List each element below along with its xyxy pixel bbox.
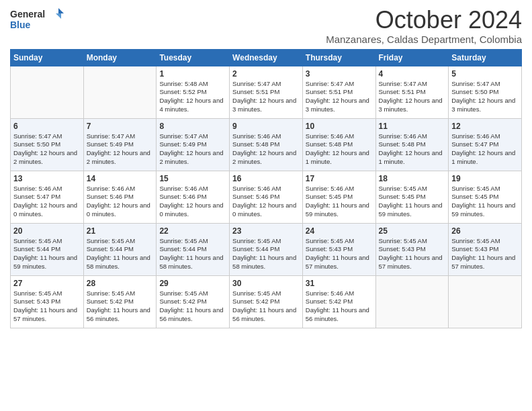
day-info-8: Sunrise: 5:47 AM Sunset: 5:49 PM Dayligh… bbox=[159, 132, 226, 167]
logo: General Blue bbox=[10, 7, 64, 34]
week-row-4: 20Sunrise: 5:45 AM Sunset: 5:44 PM Dayli… bbox=[11, 223, 522, 275]
day-number-2: 2 bbox=[232, 69, 300, 79]
day-info-26: Sunrise: 5:45 AM Sunset: 5:43 PM Dayligh… bbox=[451, 237, 519, 271]
day-number-27: 27 bbox=[13, 279, 81, 288]
day-number-12: 12 bbox=[451, 122, 519, 131]
day-number-16: 16 bbox=[232, 174, 300, 183]
day-number-7: 7 bbox=[87, 122, 154, 131]
day-number-17: 17 bbox=[306, 174, 373, 183]
header-thursday: Thursday bbox=[302, 49, 375, 66]
day-info-15: Sunrise: 5:46 AM Sunset: 5:46 PM Dayligh… bbox=[159, 185, 226, 219]
cell-1-2: 8Sunrise: 5:47 AM Sunset: 5:49 PM Daylig… bbox=[157, 118, 230, 171]
cell-1-6: 12Sunrise: 5:46 AM Sunset: 5:47 PM Dayli… bbox=[449, 118, 522, 171]
day-info-31: Sunrise: 5:46 AM Sunset: 5:42 PM Dayligh… bbox=[306, 289, 373, 324]
cell-1-1: 7Sunrise: 5:47 AM Sunset: 5:49 PM Daylig… bbox=[83, 118, 157, 171]
cell-4-2: 29Sunrise: 5:45 AM Sunset: 5:42 PM Dayli… bbox=[157, 275, 230, 328]
day-number-4: 4 bbox=[379, 69, 446, 79]
cell-3-4: 24Sunrise: 5:45 AM Sunset: 5:43 PM Dayli… bbox=[302, 223, 375, 275]
day-number-18: 18 bbox=[379, 174, 446, 183]
day-number-26: 26 bbox=[451, 226, 519, 236]
day-info-28: Sunrise: 5:45 AM Sunset: 5:42 PM Dayligh… bbox=[87, 289, 154, 324]
day-number-23: 23 bbox=[232, 226, 300, 236]
cell-2-5: 18Sunrise: 5:45 AM Sunset: 5:45 PM Dayli… bbox=[375, 171, 449, 223]
day-info-4: Sunrise: 5:47 AM Sunset: 5:51 PM Dayligh… bbox=[379, 80, 446, 114]
day-info-3: Sunrise: 5:47 AM Sunset: 5:51 PM Dayligh… bbox=[306, 80, 373, 114]
day-number-22: 22 bbox=[159, 226, 226, 236]
calendar-header-row: SundayMondayTuesdayWednesdayThursdayFrid… bbox=[11, 49, 522, 66]
day-info-9: Sunrise: 5:46 AM Sunset: 5:48 PM Dayligh… bbox=[232, 132, 300, 167]
day-number-9: 9 bbox=[232, 122, 300, 131]
cell-4-0: 27Sunrise: 5:45 AM Sunset: 5:43 PM Dayli… bbox=[11, 275, 84, 328]
day-number-1: 1 bbox=[159, 69, 226, 79]
logo-general-text: General bbox=[10, 9, 45, 19]
cell-0-2: 1Sunrise: 5:48 AM Sunset: 5:52 PM Daylig… bbox=[157, 66, 230, 118]
header-wednesday: Wednesday bbox=[230, 49, 303, 66]
day-number-20: 20 bbox=[13, 226, 81, 236]
cell-2-4: 17Sunrise: 5:46 AM Sunset: 5:45 PM Dayli… bbox=[302, 171, 375, 223]
day-info-18: Sunrise: 5:45 AM Sunset: 5:45 PM Dayligh… bbox=[379, 185, 446, 219]
cell-3-1: 21Sunrise: 5:45 AM Sunset: 5:44 PM Dayli… bbox=[83, 223, 157, 275]
cell-4-5 bbox=[375, 275, 449, 328]
day-info-7: Sunrise: 5:47 AM Sunset: 5:49 PM Dayligh… bbox=[87, 132, 154, 167]
day-info-23: Sunrise: 5:45 AM Sunset: 5:44 PM Dayligh… bbox=[232, 237, 300, 271]
header-tuesday: Tuesday bbox=[157, 49, 230, 66]
header-monday: Monday bbox=[83, 49, 157, 66]
week-row-5: 27Sunrise: 5:45 AM Sunset: 5:43 PM Dayli… bbox=[11, 275, 522, 328]
day-number-25: 25 bbox=[379, 226, 446, 236]
day-number-11: 11 bbox=[379, 122, 446, 131]
week-row-3: 13Sunrise: 5:46 AM Sunset: 5:47 PM Dayli… bbox=[11, 171, 522, 223]
day-info-24: Sunrise: 5:45 AM Sunset: 5:43 PM Dayligh… bbox=[306, 237, 373, 271]
cell-3-2: 22Sunrise: 5:45 AM Sunset: 5:44 PM Dayli… bbox=[157, 223, 230, 275]
svg-marker-1 bbox=[56, 13, 61, 19]
week-row-1: 1Sunrise: 5:48 AM Sunset: 5:52 PM Daylig… bbox=[11, 66, 522, 118]
day-number-28: 28 bbox=[87, 279, 154, 288]
day-info-20: Sunrise: 5:45 AM Sunset: 5:44 PM Dayligh… bbox=[13, 237, 81, 271]
day-info-16: Sunrise: 5:46 AM Sunset: 5:46 PM Dayligh… bbox=[232, 185, 300, 219]
week-row-2: 6Sunrise: 5:47 AM Sunset: 5:50 PM Daylig… bbox=[11, 118, 522, 171]
cell-0-3: 2Sunrise: 5:47 AM Sunset: 5:51 PM Daylig… bbox=[230, 66, 303, 118]
day-info-19: Sunrise: 5:45 AM Sunset: 5:45 PM Dayligh… bbox=[451, 185, 519, 219]
cell-1-0: 6Sunrise: 5:47 AM Sunset: 5:50 PM Daylig… bbox=[11, 118, 84, 171]
cell-2-3: 16Sunrise: 5:46 AM Sunset: 5:46 PM Dayli… bbox=[230, 171, 303, 223]
cell-2-0: 13Sunrise: 5:46 AM Sunset: 5:47 PM Dayli… bbox=[11, 171, 84, 223]
day-number-24: 24 bbox=[306, 226, 373, 236]
day-info-14: Sunrise: 5:46 AM Sunset: 5:46 PM Dayligh… bbox=[87, 185, 154, 219]
cell-0-1 bbox=[83, 66, 157, 118]
day-info-30: Sunrise: 5:45 AM Sunset: 5:42 PM Dayligh… bbox=[232, 289, 300, 324]
header-saturday: Saturday bbox=[449, 49, 522, 66]
day-number-5: 5 bbox=[451, 69, 519, 79]
header-sunday: Sunday bbox=[11, 49, 84, 66]
page-header: General Blue October 2024 Manzanares, Ca… bbox=[10, 7, 522, 45]
calendar-table: SundayMondayTuesdayWednesdayThursdayFrid… bbox=[10, 49, 522, 328]
day-number-19: 19 bbox=[451, 174, 519, 183]
day-info-10: Sunrise: 5:46 AM Sunset: 5:48 PM Dayligh… bbox=[306, 132, 373, 167]
day-info-1: Sunrise: 5:48 AM Sunset: 5:52 PM Dayligh… bbox=[159, 80, 226, 114]
day-info-22: Sunrise: 5:45 AM Sunset: 5:44 PM Dayligh… bbox=[159, 237, 226, 271]
cell-0-4: 3Sunrise: 5:47 AM Sunset: 5:51 PM Daylig… bbox=[302, 66, 375, 118]
day-number-15: 15 bbox=[159, 174, 226, 183]
cell-2-1: 14Sunrise: 5:46 AM Sunset: 5:46 PM Dayli… bbox=[83, 171, 157, 223]
day-info-29: Sunrise: 5:45 AM Sunset: 5:42 PM Dayligh… bbox=[159, 289, 226, 324]
svg-marker-0 bbox=[58, 8, 64, 13]
cell-1-3: 9Sunrise: 5:46 AM Sunset: 5:48 PM Daylig… bbox=[230, 118, 303, 171]
day-number-6: 6 bbox=[13, 122, 81, 131]
day-info-25: Sunrise: 5:45 AM Sunset: 5:43 PM Dayligh… bbox=[379, 237, 446, 271]
cell-2-2: 15Sunrise: 5:46 AM Sunset: 5:46 PM Dayli… bbox=[157, 171, 230, 223]
logo-blue-text: Blue bbox=[10, 19, 31, 30]
day-info-5: Sunrise: 5:47 AM Sunset: 5:50 PM Dayligh… bbox=[451, 80, 519, 114]
cell-0-6: 5Sunrise: 5:47 AM Sunset: 5:50 PM Daylig… bbox=[449, 66, 522, 118]
logo-svg: General Blue bbox=[10, 7, 64, 34]
cell-3-0: 20Sunrise: 5:45 AM Sunset: 5:44 PM Dayli… bbox=[11, 223, 84, 275]
cell-4-6 bbox=[449, 275, 522, 328]
day-number-30: 30 bbox=[232, 279, 300, 288]
cell-0-0 bbox=[11, 66, 84, 118]
day-number-21: 21 bbox=[87, 226, 154, 236]
day-number-31: 31 bbox=[306, 279, 373, 288]
header-friday: Friday bbox=[375, 49, 449, 66]
cell-2-6: 19Sunrise: 5:45 AM Sunset: 5:45 PM Dayli… bbox=[449, 171, 522, 223]
day-number-29: 29 bbox=[159, 279, 226, 288]
day-info-13: Sunrise: 5:46 AM Sunset: 5:47 PM Dayligh… bbox=[13, 185, 81, 219]
cell-1-5: 11Sunrise: 5:46 AM Sunset: 5:48 PM Dayli… bbox=[375, 118, 449, 171]
day-info-21: Sunrise: 5:45 AM Sunset: 5:44 PM Dayligh… bbox=[87, 237, 154, 271]
day-number-8: 8 bbox=[159, 122, 226, 131]
